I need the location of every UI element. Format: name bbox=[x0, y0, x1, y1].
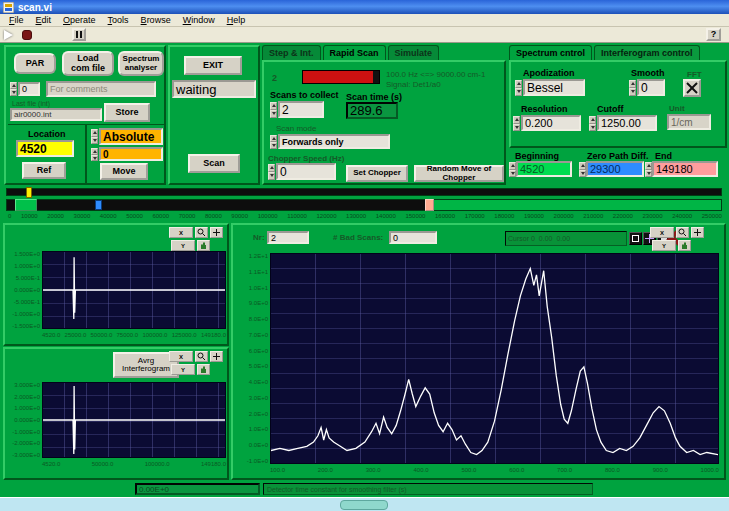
y-tick-label: 1.000E+0 bbox=[14, 405, 40, 411]
plot-trace bbox=[271, 254, 718, 463]
interferogram-palette-row2: Y bbox=[171, 240, 210, 251]
scrollbar-thumb[interactable] bbox=[340, 500, 388, 510]
x-scale-icon[interactable]: X bbox=[169, 351, 193, 362]
y-scale-icon[interactable]: Y bbox=[652, 240, 676, 251]
comment-stepper[interactable] bbox=[10, 82, 17, 96]
cutoff-field[interactable]: 1250.00 bbox=[597, 115, 657, 131]
plus-icon[interactable] bbox=[691, 227, 704, 238]
y-tick-label: -1.000E+0 bbox=[12, 311, 40, 317]
x-tick-label: 4520.0 bbox=[42, 461, 60, 467]
smooth-stepper[interactable] bbox=[629, 80, 636, 96]
beginning-slider-handle[interactable] bbox=[15, 199, 37, 211]
tab-simulate[interactable]: Simulate bbox=[388, 45, 440, 60]
move-button[interactable]: Move bbox=[100, 163, 148, 180]
magnifier-icon[interactable] bbox=[195, 351, 208, 362]
magnifier-icon[interactable] bbox=[676, 227, 689, 238]
par-button[interactable]: PAR bbox=[14, 53, 56, 74]
fft-checkbox[interactable] bbox=[683, 79, 701, 97]
exit-button[interactable]: EXIT bbox=[184, 56, 242, 75]
y-tick-label: -2.000E+0 bbox=[12, 440, 40, 446]
scans-to-collect-stepper[interactable] bbox=[270, 102, 277, 118]
y-tick-label: 0.000E+0 bbox=[14, 287, 40, 293]
random-move-chopper-button[interactable]: Random Move of Chopper bbox=[414, 165, 504, 182]
location-field[interactable]: 4520 bbox=[16, 140, 74, 157]
freq-info: 100.0 Hz <=> 9000.00 cm-1 bbox=[386, 70, 485, 79]
beginning-stepper[interactable] bbox=[509, 162, 516, 177]
scan-button[interactable]: Scan bbox=[188, 154, 240, 173]
x-scale-icon[interactable]: X bbox=[169, 227, 193, 238]
scans-to-collect-field[interactable]: 2 bbox=[278, 101, 324, 118]
tab-interferogram-control[interactable]: Interferogram control bbox=[594, 45, 700, 60]
time-constant-field[interactable]: 0.00E+0 bbox=[135, 483, 260, 495]
run-icon[interactable] bbox=[4, 30, 13, 40]
apodization-stepper[interactable] bbox=[515, 80, 522, 96]
progress-counter: 2 bbox=[272, 73, 277, 83]
pan-hand-icon[interactable] bbox=[197, 240, 210, 251]
move-mode-dropdown[interactable]: Absolute bbox=[99, 128, 163, 145]
zpd-stepper[interactable] bbox=[579, 162, 586, 177]
move-mode-stepper[interactable] bbox=[91, 129, 98, 144]
tab-spectrum-control[interactable]: Spectrum cntrol bbox=[509, 45, 592, 60]
spectrum-analyser-button[interactable]: Spectrumanalyser bbox=[118, 51, 164, 76]
apodization-dropdown[interactable]: Bessel bbox=[523, 79, 585, 96]
x-scale-icon[interactable]: X bbox=[650, 227, 674, 238]
plus-icon[interactable] bbox=[210, 227, 223, 238]
magnifier-icon[interactable] bbox=[195, 227, 208, 238]
zpd-slider-marker[interactable] bbox=[95, 200, 102, 210]
spectrum-y-axis: 1.2E+11.1E+11.0E+19.0E+08.0E+07.0E+06.0E… bbox=[235, 253, 268, 464]
run-panel: EXIT waiting Scan bbox=[168, 45, 260, 185]
load-com-file-button[interactable]: Loadcom file bbox=[62, 51, 114, 76]
y-tick-label: -1.500E+0 bbox=[12, 323, 40, 329]
comment-count-field[interactable]: 0 bbox=[18, 82, 40, 96]
spectrum-x-axis: 100.0200.0300.0400.0500.0600.0700.0800.0… bbox=[270, 467, 719, 473]
help-button[interactable]: ? bbox=[706, 28, 721, 41]
smooth-field[interactable]: 0 bbox=[637, 79, 665, 96]
abort-icon[interactable] bbox=[22, 30, 32, 40]
chopper-speed-field[interactable]: 0 bbox=[276, 163, 336, 180]
end-field[interactable]: 149180 bbox=[652, 161, 718, 177]
menu-tools[interactable]: Tools bbox=[103, 15, 134, 25]
pause-icon[interactable] bbox=[72, 28, 86, 41]
comments-input[interactable] bbox=[46, 81, 156, 97]
end-stepper[interactable] bbox=[645, 162, 652, 177]
menu-help[interactable]: Help bbox=[222, 15, 251, 25]
pan-hand-icon[interactable] bbox=[197, 364, 210, 375]
menu-browse[interactable]: Browse bbox=[136, 15, 176, 25]
horizontal-scrollbar[interactable] bbox=[0, 497, 729, 511]
cursor-style-icon[interactable] bbox=[629, 232, 642, 245]
y-scale-icon[interactable]: Y bbox=[171, 364, 195, 375]
range-slider-track[interactable] bbox=[6, 199, 722, 211]
spectrum-graph[interactable] bbox=[270, 253, 719, 464]
slider-tick-label: 40000 bbox=[100, 213, 117, 219]
y-tick-label: 1.1E+1 bbox=[249, 269, 268, 275]
tab-step-int[interactable]: Step & Int. bbox=[262, 45, 321, 60]
beginning-field[interactable]: 4520 bbox=[516, 161, 572, 177]
chopper-speed-stepper[interactable] bbox=[268, 164, 275, 180]
slider-tick-label: 190000 bbox=[524, 213, 544, 219]
set-chopper-button[interactable]: Set Chopper bbox=[346, 165, 408, 182]
resolution-field[interactable]: 0.200 bbox=[521, 115, 581, 131]
menu-edit[interactable]: Edit bbox=[31, 15, 57, 25]
move-offset-stepper[interactable] bbox=[91, 148, 98, 161]
menu-operate[interactable]: Operate bbox=[58, 15, 101, 25]
zpd-field[interactable]: 29300 bbox=[586, 161, 644, 177]
interferogram-palette-row1: X bbox=[169, 227, 223, 238]
move-offset-field[interactable]: 0 bbox=[99, 147, 163, 161]
resolution-stepper[interactable] bbox=[513, 116, 520, 131]
scan-mode-stepper[interactable] bbox=[270, 135, 277, 149]
plus-icon[interactable] bbox=[210, 351, 223, 362]
pan-hand-icon[interactable] bbox=[678, 240, 691, 251]
menu-file[interactable]: File bbox=[4, 15, 29, 25]
ref-button[interactable]: Ref bbox=[22, 162, 66, 179]
menu-window[interactable]: Window bbox=[178, 15, 220, 25]
scan-mode-dropdown[interactable]: Forwards only bbox=[278, 134, 390, 149]
y-scale-icon[interactable]: Y bbox=[171, 240, 195, 251]
scan-mode-label: Scan mode bbox=[276, 124, 316, 133]
unit-field: 1/cm bbox=[667, 114, 711, 130]
end-slider-handle[interactable] bbox=[425, 199, 434, 211]
store-button[interactable]: Store bbox=[104, 103, 150, 122]
tab-rapid-scan[interactable]: Rapid Scan bbox=[323, 45, 386, 60]
slider-tick-label: 20000 bbox=[47, 213, 64, 219]
cutoff-stepper[interactable] bbox=[589, 116, 596, 131]
nr-label: Nr: bbox=[253, 233, 265, 242]
